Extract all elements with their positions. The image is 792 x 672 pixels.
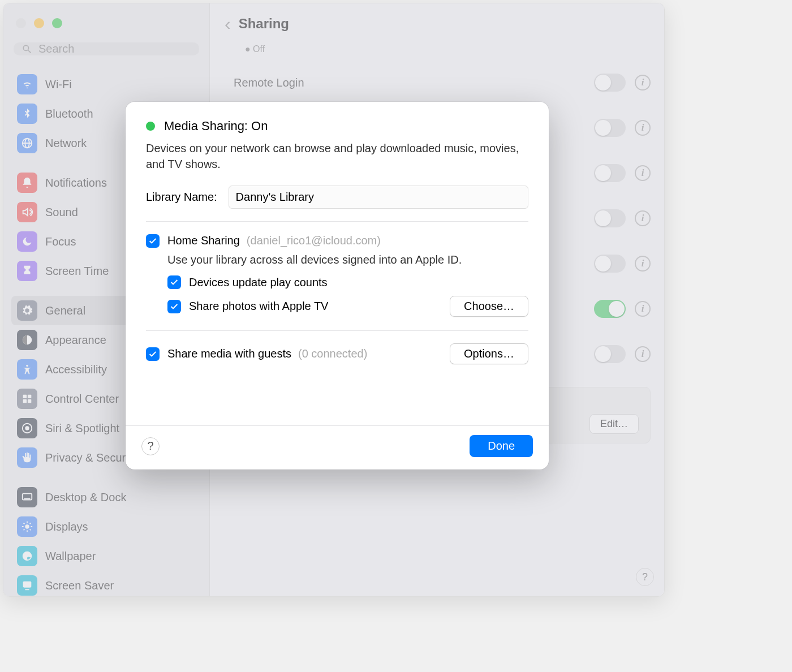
- moon-icon: [17, 231, 37, 252]
- info-icon[interactable]: i: [635, 75, 651, 91]
- svg-rect-5: [23, 395, 27, 398]
- dock-icon: [17, 487, 37, 507]
- sidebar-item-label: Notifications: [45, 176, 107, 189]
- sidebar-item-label: Control Center: [45, 393, 119, 406]
- sidebar-item-label: Network: [45, 137, 87, 150]
- home-sharing-account: (daniel_rico1@icloud.com): [247, 234, 381, 247]
- service-toggle[interactable]: [594, 255, 626, 273]
- window-controls: [3, 12, 209, 40]
- minimize-window-button[interactable]: [34, 18, 44, 28]
- divider: [146, 330, 528, 331]
- wifi-icon: [17, 74, 37, 94]
- service-toggle[interactable]: [594, 119, 626, 137]
- sidebar-item-label: Screen Saver: [45, 579, 114, 592]
- search-field[interactable]: [14, 42, 199, 55]
- media-sharing-status: Media Sharing: On: [146, 119, 528, 133]
- sidebar-item-wallpaper[interactable]: Wallpaper: [11, 541, 201, 571]
- accessibility-icon: [17, 359, 37, 380]
- sharing-service-row: Remote Logini: [210, 60, 664, 105]
- edit-hostname-button[interactable]: Edit…: [589, 414, 639, 434]
- divider: [146, 221, 528, 222]
- status-title: Media Sharing: On: [164, 119, 268, 133]
- bell-icon: [17, 173, 37, 193]
- done-button[interactable]: Done: [470, 435, 533, 457]
- display-icon: [17, 516, 37, 537]
- sidebar-item-label: Displays: [45, 520, 88, 533]
- guest-options-button[interactable]: Options…: [450, 343, 528, 364]
- service-toggle[interactable]: [594, 300, 626, 318]
- service-label: Remote Login: [234, 76, 304, 89]
- svg-point-4: [26, 365, 28, 367]
- sidebar-item-label: Appearance: [45, 334, 106, 347]
- info-icon[interactable]: i: [635, 301, 651, 317]
- sidebar-item-label: Screen Time: [45, 265, 109, 278]
- svg-point-13: [25, 524, 29, 528]
- globe-icon: [17, 133, 37, 153]
- screensaver-icon: [17, 575, 37, 596]
- svg-rect-8: [28, 399, 31, 403]
- sidebar-item-label: Wi-Fi: [45, 78, 72, 91]
- appearance-icon: [17, 330, 37, 350]
- guests-connected-count: (0 connected): [298, 347, 367, 360]
- library-name-label: Library Name:: [146, 191, 217, 204]
- page-title: Sharing: [239, 16, 289, 32]
- share-with-guests-label: Share media with guests: [167, 347, 291, 360]
- share-photos-checkbox[interactable]: [167, 300, 181, 313]
- back-button[interactable]: ‹: [225, 19, 231, 28]
- check-icon: [148, 350, 157, 359]
- svg-point-10: [25, 426, 29, 430]
- control-icon: [17, 389, 37, 409]
- search-input[interactable]: [38, 42, 191, 55]
- sidebar-item-label: Siri & Spotlight: [45, 422, 119, 435]
- hand-icon: [17, 447, 37, 468]
- sidebar-item-label: Wallpaper: [45, 550, 96, 563]
- check-icon: [148, 236, 157, 245]
- media-sharing-sheet: Media Sharing: On Devices on your networ…: [126, 102, 549, 469]
- info-icon[interactable]: i: [635, 120, 651, 136]
- sidebar-item-desktop-dock[interactable]: Desktop & Dock: [11, 483, 201, 512]
- maximize-window-button[interactable]: [52, 18, 62, 28]
- share-photos-label: Share photos with Apple TV: [189, 300, 328, 313]
- svg-rect-15: [23, 581, 32, 588]
- info-icon[interactable]: i: [635, 210, 651, 226]
- sidebar-item-wi-fi[interactable]: Wi-Fi: [11, 70, 201, 99]
- info-icon[interactable]: i: [635, 256, 651, 272]
- status-off-label: ● Off: [210, 44, 664, 60]
- home-sharing-description: Use your library across all devices sign…: [167, 253, 528, 266]
- gear-icon: [17, 300, 37, 321]
- check-icon: [170, 278, 179, 287]
- sidebar-item-label: Sound: [45, 206, 78, 219]
- update-play-counts-checkbox[interactable]: [167, 275, 181, 289]
- sound-icon: [17, 202, 37, 222]
- close-window-button[interactable]: [16, 18, 26, 28]
- share-with-guests-checkbox[interactable]: [146, 347, 160, 361]
- library-name-input[interactable]: [229, 186, 528, 209]
- sidebar-item-label: Focus: [45, 235, 76, 248]
- service-toggle[interactable]: [594, 209, 626, 227]
- help-button[interactable]: ?: [141, 437, 160, 455]
- sidebar-item-label: General: [45, 304, 85, 317]
- siri-icon: [17, 418, 37, 438]
- sidebar-item-screen-saver[interactable]: Screen Saver: [11, 571, 201, 597]
- bluetooth-icon: [17, 104, 37, 124]
- service-toggle[interactable]: [594, 74, 626, 92]
- help-button-main[interactable]: ?: [636, 568, 654, 586]
- home-sharing-label: Home Sharing: [167, 234, 240, 247]
- hourglass-icon: [17, 261, 37, 281]
- sidebar-item-displays[interactable]: Displays: [11, 512, 201, 541]
- home-sharing-checkbox[interactable]: [146, 234, 160, 248]
- sidebar-item-label: Desktop & Dock: [45, 491, 126, 504]
- service-toggle[interactable]: [594, 345, 626, 363]
- info-icon[interactable]: i: [635, 346, 651, 362]
- info-icon[interactable]: i: [635, 165, 651, 181]
- search-icon: [21, 44, 33, 55]
- check-icon: [170, 302, 179, 311]
- media-sharing-description: Devices on your network can browse and p…: [146, 140, 528, 172]
- service-toggle[interactable]: [594, 164, 626, 182]
- sidebar-item-label: Accessibility: [45, 363, 107, 376]
- svg-rect-6: [28, 395, 31, 398]
- svg-rect-12: [24, 498, 31, 499]
- choose-photos-button[interactable]: Choose…: [450, 296, 528, 317]
- sidebar-item-label: Privacy & Security: [45, 451, 137, 464]
- svg-rect-7: [23, 399, 27, 403]
